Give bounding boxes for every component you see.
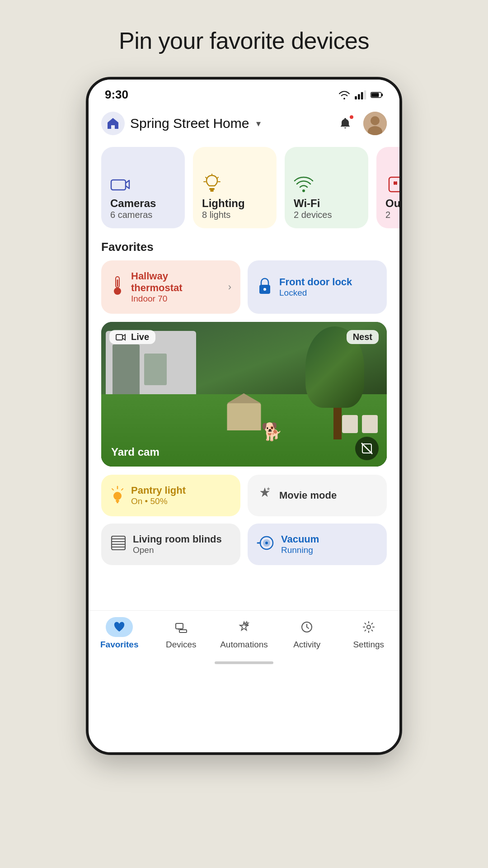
nav-favorites-label: Favorites xyxy=(100,640,138,650)
svg-rect-12 xyxy=(210,190,214,192)
avatar[interactable] xyxy=(363,112,387,135)
movie-info: Movie mode xyxy=(279,490,378,501)
svg-line-15 xyxy=(217,177,218,178)
svg-rect-21 xyxy=(395,181,397,185)
svg-rect-27 xyxy=(116,335,122,340)
category-wifi[interactable]: Wi-Fi 2 devices xyxy=(285,147,368,228)
status-bar: 9:30 xyxy=(89,80,399,106)
movie-name: Movie mode xyxy=(279,490,378,501)
camera-label: Yard cam xyxy=(111,446,160,458)
extra-name: Outlets xyxy=(385,197,399,210)
svg-line-34 xyxy=(112,489,113,490)
nav-settings[interactable]: Settings xyxy=(346,617,391,650)
svg-point-30 xyxy=(113,492,122,500)
lighting-sub: 8 lights xyxy=(202,210,230,220)
signal-icon xyxy=(354,90,367,99)
activity-nav-icon-wrap xyxy=(293,617,320,637)
svg-rect-2 xyxy=(361,92,363,99)
svg-point-18 xyxy=(302,189,305,192)
extra-sub: 2 xyxy=(385,210,390,220)
camera-nest-badge: Nest xyxy=(347,330,379,344)
pantry-name: Pantry light xyxy=(131,485,231,496)
status-icons xyxy=(338,90,383,99)
page-title: Pin your favorite devices xyxy=(119,27,369,54)
thermostat-info: Hallway thermostat Indoor 70 xyxy=(131,270,222,304)
cameras-sub: 6 cameras xyxy=(110,210,152,220)
notifications-button[interactable] xyxy=(335,113,355,133)
cameras-icon xyxy=(110,176,130,193)
vacuum-info: Vacuum Running xyxy=(281,533,378,555)
blinds-card[interactable]: Living room blinds Open xyxy=(101,524,240,565)
blinds-info: Living room blinds Open xyxy=(133,533,231,555)
lighting-name: Lighting xyxy=(202,197,245,210)
extra-icon xyxy=(385,175,399,193)
lock-info: Front door lock Locked xyxy=(279,276,378,298)
battery-icon xyxy=(371,90,383,99)
phone-frame: 9:30 xyxy=(86,77,402,755)
lock-card[interactable]: Front door lock Locked xyxy=(248,260,387,314)
camera-card[interactable]: 🐕 Live Nest Yard cam xyxy=(101,322,387,467)
heart-icon xyxy=(113,621,126,633)
vacuum-status: Running xyxy=(281,545,378,555)
favorites-title: Favorites xyxy=(89,236,399,260)
activity-icon xyxy=(300,621,313,633)
favorites-nav-icon-wrap xyxy=(106,617,133,637)
home-icon xyxy=(101,112,125,135)
svg-rect-11 xyxy=(209,188,215,190)
cameras-name: Cameras xyxy=(110,197,156,210)
settings-icon xyxy=(362,621,375,633)
camera-live-badge: Live xyxy=(109,330,155,344)
devices-nav-icon-wrap xyxy=(168,617,195,637)
blinds-name: Living room blinds xyxy=(133,533,231,545)
thermostat-name: Hallway thermostat xyxy=(131,270,222,294)
top-bar: Spring Street Home ▾ xyxy=(89,106,399,142)
nav-automations-label: Automations xyxy=(220,640,268,650)
home-selector[interactable]: Spring Street Home ▾ xyxy=(101,112,261,135)
thermostat-card[interactable]: Hallway thermostat Indoor 70 › xyxy=(101,260,240,314)
svg-rect-6 xyxy=(371,93,379,97)
svg-rect-1 xyxy=(358,94,360,99)
svg-line-29 xyxy=(361,443,372,454)
live-label: Live xyxy=(131,332,149,342)
favorites-grid: Hallway thermostat Indoor 70 › Front doo… xyxy=(89,260,399,314)
nav-activity-label: Activity xyxy=(293,640,320,650)
nav-devices[interactable]: Devices xyxy=(159,617,204,650)
svg-rect-24 xyxy=(117,279,118,287)
nav-activity[interactable]: Activity xyxy=(284,617,329,650)
svg-point-23 xyxy=(114,288,121,295)
vacuum-card[interactable]: Vacuum Running xyxy=(248,524,387,565)
category-lighting[interactable]: Lighting 8 lights xyxy=(193,147,277,228)
thermostat-chevron: › xyxy=(228,281,231,293)
nav-favorites[interactable]: Favorites xyxy=(97,617,142,650)
lock-name: Front door lock xyxy=(279,276,378,288)
devices-icon xyxy=(175,621,188,633)
thermostat-status: Indoor 70 xyxy=(131,294,222,304)
settings-nav-icon-wrap xyxy=(355,617,382,637)
svg-rect-20 xyxy=(394,181,395,185)
thermostat-icon xyxy=(110,276,125,299)
svg-line-35 xyxy=(122,489,123,490)
automations-icon xyxy=(238,621,250,633)
svg-rect-0 xyxy=(355,96,357,99)
svg-point-26 xyxy=(263,288,266,291)
lock-icon xyxy=(257,277,273,298)
svg-line-14 xyxy=(206,177,206,178)
svg-rect-44 xyxy=(176,623,183,629)
blinds-icon xyxy=(110,535,127,554)
movie-card[interactable]: Movie mode xyxy=(248,475,387,516)
svg-rect-5 xyxy=(381,94,383,96)
chevron-down-icon: ▾ xyxy=(256,118,261,129)
wifi-icon xyxy=(338,90,351,99)
vacuum-name: Vacuum xyxy=(281,533,378,545)
svg-rect-3 xyxy=(364,90,366,99)
svg-point-48 xyxy=(367,625,371,629)
category-cameras[interactable]: Cameras 6 cameras xyxy=(101,147,185,228)
svg-rect-45 xyxy=(179,630,187,632)
nav-automations[interactable]: Automations xyxy=(220,617,268,650)
pantry-status: On • 50% xyxy=(131,496,231,506)
pantry-card[interactable]: Pantry light On • 50% xyxy=(101,475,240,516)
home-indicator xyxy=(215,661,273,664)
wifi-name: Wi-Fi xyxy=(294,197,320,210)
camera-mute-button[interactable] xyxy=(355,437,379,460)
category-extra[interactable]: Outlets 2 xyxy=(376,147,399,228)
